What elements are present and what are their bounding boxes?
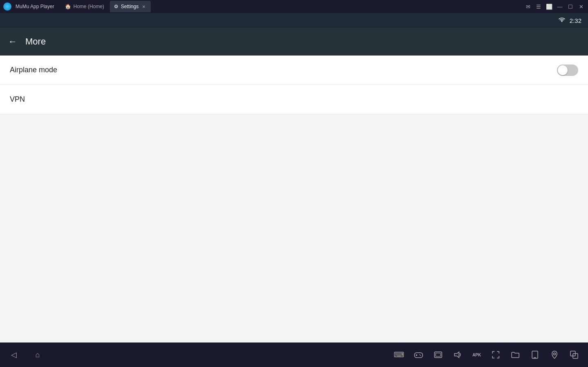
titlebar: MuMu App Player 🏠 Home (Home) ⚙ Settings… <box>0 0 588 13</box>
bottom-right-controls: ⌨ <box>393 349 580 360</box>
mail-icon[interactable]: ✉ <box>524 3 532 10</box>
tab-settings[interactable]: ⚙ Settings ✕ <box>110 1 151 12</box>
settings-tab-icon: ⚙ <box>114 4 118 9</box>
keyboard-icon[interactable]: ⌨ <box>393 349 405 360</box>
page-title: More <box>25 36 46 47</box>
apk-icon[interactable]: APK <box>472 349 482 360</box>
toggle-knob <box>558 65 568 75</box>
menu-icon[interactable]: ☰ <box>535 3 542 10</box>
bottombar: ◁ ⌂ ⌨ <box>0 343 588 367</box>
wifi-icon <box>558 18 566 23</box>
app-name: MuMu App Player <box>16 4 54 9</box>
screen-record-icon[interactable] <box>432 349 444 360</box>
home-icon[interactable]: ⌂ <box>32 349 43 360</box>
svg-marker-7 <box>454 352 459 358</box>
bottom-left-controls: ◁ ⌂ <box>8 349 43 360</box>
fullscreen-icon[interactable] <box>490 349 501 360</box>
airplane-mode-item[interactable]: Airplane mode <box>0 56 588 85</box>
home-tab-label: Home (Home) <box>74 4 104 9</box>
folder-icon[interactable] <box>510 349 521 360</box>
app-wrapper: MuMu App Player 🏠 Home (Home) ⚙ Settings… <box>0 0 588 367</box>
volume-icon[interactable] <box>452 349 463 360</box>
phone-icon[interactable] <box>529 349 541 360</box>
settings-content: Airplane mode VPN <box>0 56 588 343</box>
titlebar-controls: ✉ ☰ ⬜ — ☐ ✕ <box>524 3 585 10</box>
vpn-item[interactable]: VPN <box>0 85 588 114</box>
back-arrow-icon: ← <box>8 36 17 47</box>
app-logo <box>3 2 11 11</box>
minimize-button[interactable]: — <box>556 3 564 10</box>
statusbar: 2:32 <box>0 13 588 28</box>
svg-point-4 <box>420 355 421 356</box>
close-button[interactable]: ✕ <box>577 3 585 10</box>
airplane-mode-label: Airplane mode <box>10 66 57 74</box>
maximize-button[interactable]: ☐ <box>567 3 574 10</box>
home-tab-icon: 🏠 <box>65 4 71 9</box>
svg-point-3 <box>419 354 420 355</box>
vpn-label: VPN <box>10 95 25 104</box>
svg-rect-6 <box>436 353 441 356</box>
svg-point-10 <box>554 353 556 355</box>
settings-tab-close[interactable]: ✕ <box>141 4 147 9</box>
page-header: ← More <box>0 28 588 56</box>
status-time: 2:32 <box>570 17 581 24</box>
tab-home[interactable]: 🏠 Home (Home) <box>61 1 108 12</box>
gamepad-icon[interactable] <box>413 349 424 360</box>
multitask-icon[interactable] <box>568 349 580 360</box>
location-icon[interactable] <box>549 349 560 360</box>
back-icon[interactable]: ◁ <box>8 349 20 360</box>
airplane-mode-toggle[interactable] <box>557 65 578 76</box>
settings-tab-label: Settings <box>121 4 138 9</box>
back-button[interactable]: ← <box>8 36 17 47</box>
screenshot-icon[interactable]: ⬜ <box>546 3 553 10</box>
main-content: ← More Airplane mode VPN <box>0 28 588 343</box>
